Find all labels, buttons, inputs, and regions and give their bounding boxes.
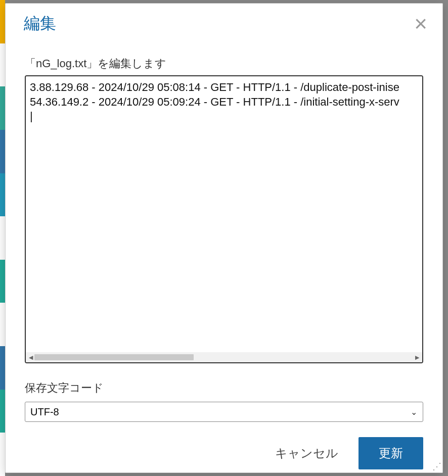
- modal-body: 「nG_log.txt」を編集します ◀ ▶ 保存文字コード UTF-8 ⌄: [6, 44, 442, 427]
- scroll-left-arrow-icon[interactable]: ◀: [27, 354, 34, 361]
- encoding-label: 保存文字コード: [25, 380, 423, 396]
- cancel-button[interactable]: キャンセル: [275, 445, 338, 461]
- encoding-select-wrap: UTF-8 ⌄: [25, 402, 423, 422]
- file-content-textarea[interactable]: [26, 76, 422, 352]
- encoding-select[interactable]: UTF-8: [25, 402, 423, 422]
- modal-title: 編集: [24, 13, 56, 35]
- edit-modal: 編集 × 「nG_log.txt」を編集します ◀ ▶ 保存文字コード UTF-…: [5, 3, 443, 473]
- editor-container: ◀ ▶: [25, 75, 423, 363]
- update-button[interactable]: 更新: [359, 437, 423, 469]
- file-name-label: 「nG_log.txt」を編集します: [25, 56, 423, 71]
- horizontal-scrollbar[interactable]: ◀ ▶: [26, 352, 422, 362]
- scroll-track[interactable]: [34, 354, 414, 361]
- close-icon[interactable]: ×: [414, 13, 427, 35]
- modal-footer: キャンセル 更新: [6, 427, 442, 476]
- modal-header: 編集 ×: [6, 4, 442, 44]
- scroll-right-arrow-icon[interactable]: ▶: [414, 354, 421, 361]
- scroll-thumb[interactable]: [34, 354, 194, 360]
- background-sidebar: [0, 0, 5, 476]
